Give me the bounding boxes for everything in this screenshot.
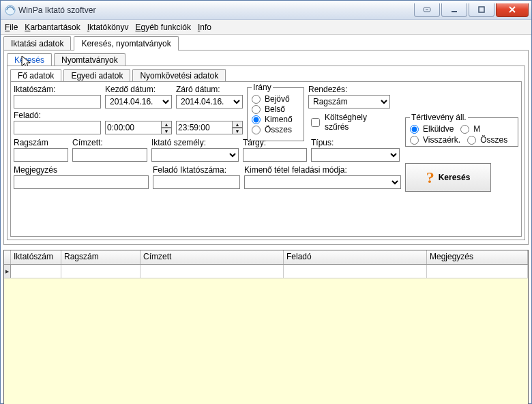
menu-info[interactable]: Info [198,23,211,32]
col-iktatoszam[interactable]: Iktatószám [11,250,61,264]
search-button[interactable]: ? Keresés [405,163,491,192]
lbl-felado-iktatoszama: Feladó Iktatószáma: [153,165,240,175]
input-iktatoszam[interactable] [14,95,101,109]
input-megjegyzes[interactable] [14,175,149,189]
grid-current-row[interactable] [4,265,528,278]
lbl-tipus: Típus: [311,138,400,147]
subtab-kereses[interactable]: Keresés [7,53,52,66]
input-time-to[interactable] [176,121,233,134]
tab-iktatasi-adatok[interactable]: Iktatási adatok [3,36,71,50]
input-ragszam[interactable] [14,148,68,162]
app-icon [5,5,16,16]
menu-karbantartasok[interactable]: Karbantartások [25,23,80,32]
tab-egyedi-adatok[interactable]: Egyedi adatok [63,69,130,82]
window-title: WinPa Iktató szoftver [18,5,413,15]
select-iktatoszemely[interactable] [151,148,239,162]
col-cimzett[interactable]: Címzett [141,250,284,264]
lbl-ragszam: Ragszám [14,138,68,147]
input-kezdo-datum[interactable]: 2014.04.16. [105,95,172,109]
grid-body[interactable] [4,278,528,404]
minimize-button[interactable] [441,3,467,17]
menu-iktatokonyv[interactable]: Iktatókönyv [87,23,129,32]
radio-kimeno[interactable]: Kimenő [252,115,299,124]
results-grid[interactable]: Iktatószám Ragszám Címzett Feladó Megjeg… [3,250,529,404]
help-button-titlebar[interactable] [414,3,440,17]
titlebar[interactable]: WinPa Iktató szoftver [1,1,531,20]
radio-m[interactable]: M [460,124,480,134]
radio-tertiv-osszes[interactable]: Összes [467,135,507,145]
question-mark-icon: ? [426,169,434,187]
lbl-iktatoszam: Iktatószám: [14,85,101,94]
lbl-iktatoszemely: Iktató személy: [151,138,239,147]
input-time-from[interactable] [105,121,162,134]
menu-egyeb[interactable]: Egyéb funkciók [135,23,190,32]
lbl-cimzett: Címzett: [72,138,147,147]
lbl-megjegyzes: Megjegyzés [14,165,149,175]
menu-file[interactable]: File [5,23,18,32]
lbl-zaro: Záró dátum: [176,85,243,94]
input-cimzett[interactable] [72,148,147,162]
lbl-rendezes: Rendezés: [308,85,390,94]
select-kimeno-tetel[interactable] [244,175,401,189]
group-tertivevenyi: Tértivevény áll. Elküldve M Visszaérk. Ö… [405,113,518,147]
close-button[interactable] [496,3,529,17]
tab-fo-adatok[interactable]: Fő adatok [10,69,61,82]
select-rendezes[interactable]: Ragszám [308,95,390,109]
input-felado[interactable] [14,121,101,134]
lbl-kimeno-tetel: Kimenő tétel feladási módja: [244,165,401,175]
row-indicator-icon [4,265,11,278]
svg-rect-2 [452,11,457,12]
input-targy[interactable] [243,148,307,162]
radio-visszaerk[interactable]: Visszaérk. [410,135,460,145]
radio-elkuldve[interactable]: Elküldve [410,124,454,134]
lbl-felado: Feladó: [14,111,101,120]
maximize-button[interactable] [469,3,494,17]
tab-nyomkovetesi-adatok[interactable]: Nyomkövetési adatok [132,69,226,82]
radio-bejovo[interactable]: Bejövő [252,94,299,104]
svg-rect-3 [479,7,484,12]
select-tipus[interactable] [311,148,400,162]
lbl-kezdo: Kezdő dátum: [105,85,172,94]
menubar: File Karbantartások Iktatókönyv Egyéb fu… [1,20,531,35]
grid-row-header [4,250,11,264]
input-felado-iktatoszama[interactable] [153,175,240,189]
spinner-time-from[interactable]: ▲▼ [162,121,172,134]
col-felado[interactable]: Feladó [284,250,427,264]
chk-koltseghely[interactable]: Költséghely szűrés [308,113,390,132]
lbl-targy: Tárgy: [243,138,307,147]
spinner-time-to[interactable]: ▲▼ [233,121,243,134]
input-zaro-datum[interactable]: 2014.04.16. [176,95,243,109]
tab-kereses-nyomtatvanyok[interactable]: Keresés, nyomtatványok [74,36,178,50]
group-irany: Irány Bejövő Belső Kimenő Összes [247,83,304,141]
col-ragszam[interactable]: Ragszám [61,250,141,264]
radio-belso[interactable]: Belső [252,104,299,114]
legend-tertiv: Tértivevény áll. [410,113,468,122]
subtab-nyomtatvanyok[interactable]: Nyomtatványok [54,53,125,66]
col-megjegyzes[interactable]: Megjegyzés [427,250,528,264]
legend-irany: Irány [252,83,273,92]
radio-osszes[interactable]: Összes [252,125,299,134]
